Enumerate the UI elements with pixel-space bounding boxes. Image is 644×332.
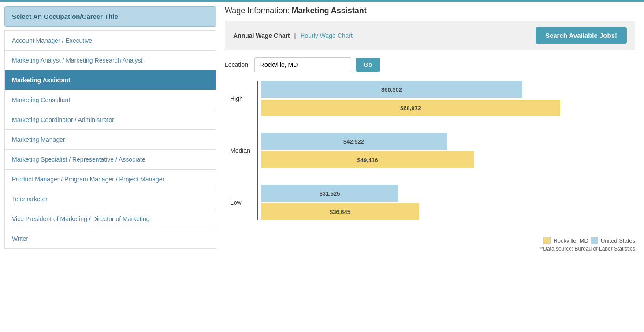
bar-us: $31,525 [261, 185, 398, 202]
bar-wrapper: $68,972 [261, 100, 635, 116]
bar-local: $36,645 [261, 203, 419, 220]
page-title: Wage Information: Marketing Assistant [225, 6, 635, 15]
bar-local: $49,416 [261, 151, 474, 168]
occupation-item[interactable]: Vice President of Marketing / Director o… [5, 209, 216, 229]
location-input[interactable] [254, 57, 351, 72]
title-name: Marketing Assistant [291, 6, 366, 15]
bar-local: $68,972 [261, 100, 560, 116]
search-jobs-button[interactable]: Search Available Jobs! [536, 27, 627, 44]
occupation-item[interactable]: Account Manager / Executive [5, 31, 216, 51]
separator: | [294, 32, 298, 39]
chart-options-bar: Annual Wage Chart | Hourly Wage Chart Se… [225, 21, 635, 50]
bar-us: $42,922 [261, 133, 447, 150]
all-chart-groups: High$60,302$68,972Median$42,922$49,416Lo… [256, 81, 635, 220]
chart-toggle: Annual Wage Chart | Hourly Wage Chart [233, 32, 353, 39]
legend-yellow-swatch [543, 237, 551, 244]
bar-us: $60,302 [261, 81, 522, 98]
chart-group: Low$31,525$36,645 [256, 185, 635, 220]
legend-blue-swatch [591, 237, 598, 244]
location-label: Location: [225, 61, 250, 68]
right-panel: Wage Information: Marketing Assistant An… [220, 6, 640, 252]
occupation-item[interactable]: Product Manager / Program Manager / Proj… [5, 170, 216, 189]
occupation-item[interactable]: Telemarketer [5, 189, 216, 209]
annual-wage-label: Annual Wage Chart [233, 32, 290, 39]
hourly-wage-link[interactable]: Hourly Wage Chart [300, 32, 353, 39]
location-row: Location: Go [225, 57, 635, 72]
legend-area: Rockville, MD United States [225, 237, 635, 244]
go-button[interactable]: Go [356, 58, 380, 72]
occupation-item[interactable]: Marketing Specialist / Representative / … [5, 150, 216, 170]
bar-wrapper: $60,302 [261, 81, 635, 98]
chart-group: Median$42,922$49,416 [256, 133, 635, 168]
legend-rockville-label: Rockville, MD [553, 237, 588, 244]
occupation-item[interactable]: Writer [5, 229, 216, 248]
datasource: **Data source: Bureau of Labor Statistic… [225, 246, 635, 252]
occupation-item[interactable]: Marketing Analyst / Marketing Research A… [5, 51, 216, 70]
bar-wrapper: $42,922 [261, 133, 635, 150]
occupation-item[interactable]: Marketing Manager [5, 130, 216, 150]
occupation-list: Account Manager / ExecutiveMarketing Ana… [4, 30, 216, 249]
bar-wrapper: $49,416 [261, 151, 635, 168]
occupation-item[interactable]: Marketing Coordinator / Administrator [5, 110, 216, 130]
left-panel: Select An Occupation/Career Title Accoun… [4, 6, 216, 252]
main-container: Select An Occupation/Career Title Accoun… [0, 2, 644, 256]
bar-wrapper: $36,645 [261, 203, 635, 220]
chart-area: High$60,302$68,972Median$42,922$49,416Lo… [225, 81, 635, 220]
legend-us-label: United States [601, 237, 635, 244]
panel-header: Select An Occupation/Career Title [4, 6, 216, 27]
occupation-item[interactable]: Marketing Consultant [5, 90, 216, 110]
row-label: Low [230, 199, 242, 206]
row-label: High [230, 95, 243, 102]
row-label: Median [230, 147, 250, 154]
bar-wrapper: $31,525 [261, 185, 635, 202]
occupation-item[interactable]: Marketing Assistant [5, 70, 216, 90]
panel-header-label: Select An Occupation/Career Title [12, 13, 118, 20]
chart-group: High$60,302$68,972 [256, 81, 635, 116]
title-label: Wage Information: [225, 6, 289, 15]
